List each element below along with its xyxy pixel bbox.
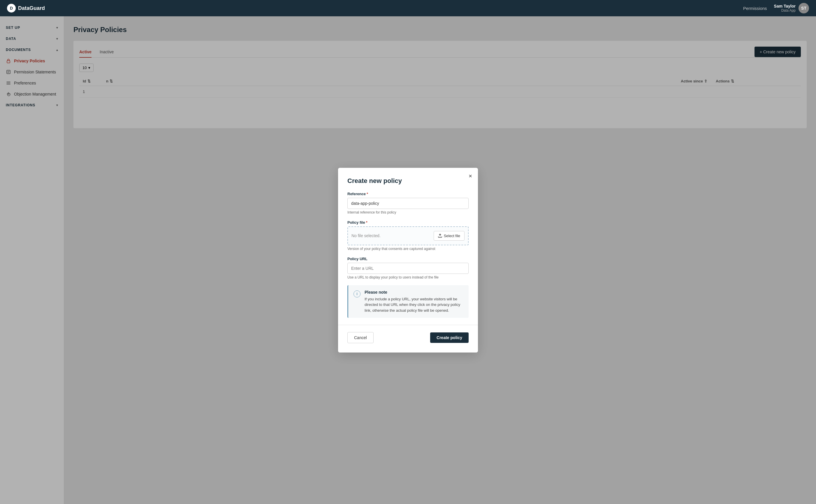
policy-file-label: Policy file * [347, 220, 469, 225]
user-menu[interactable]: Sam Taylor Data App ST [774, 3, 809, 13]
modal-overlay: × Create new policy Reference * Internal… [0, 16, 816, 504]
no-file-text: No file selected. [351, 233, 380, 238]
policy-url-label: Policy URL [347, 257, 469, 261]
reference-input[interactable] [347, 198, 469, 209]
policy-file-group: Policy file * No file selected. Select f… [347, 220, 469, 251]
close-button[interactable]: × [469, 173, 472, 179]
policy-url-group: Policy URL Use a URL to display your pol… [347, 257, 469, 279]
modal-actions: Cancel Create policy [347, 332, 469, 343]
file-input-area: No file selected. Select file [347, 226, 469, 245]
user-name: Sam Taylor [774, 4, 796, 8]
select-file-button[interactable]: Select file [434, 231, 465, 241]
logo: D DataGuard [7, 4, 45, 13]
logo-text: DataGuard [18, 5, 45, 11]
avatar: ST [799, 3, 809, 13]
user-info: Sam Taylor Data App [774, 4, 796, 13]
note-title: Please note [364, 290, 464, 295]
policy-file-required: * [366, 220, 367, 225]
note-content: Please note If you include a policy URL,… [364, 290, 464, 313]
modal-divider [338, 325, 478, 325]
required-indicator: * [366, 192, 368, 196]
reference-label: Reference * [347, 192, 469, 196]
header-right: Permissions Sam Taylor Data App ST [743, 3, 809, 13]
note-text: If you include a policy URL, your websit… [364, 296, 464, 313]
reference-group: Reference * Internal reference for this … [347, 192, 469, 214]
modal: × Create new policy Reference * Internal… [338, 168, 478, 353]
policy-file-helper: Version of your policy that consents are… [347, 247, 469, 251]
reference-helper: Internal reference for this policy [347, 210, 469, 214]
info-icon: i [353, 290, 360, 297]
create-policy-button[interactable]: Create policy [430, 332, 469, 343]
cancel-button[interactable]: Cancel [347, 332, 373, 343]
policy-url-helper: Use a URL to display your policy to user… [347, 275, 469, 279]
user-sub: Data App [774, 8, 796, 13]
select-file-label: Select file [444, 234, 460, 238]
logo-icon: D [7, 4, 16, 13]
policy-url-input[interactable] [347, 263, 469, 274]
permissions-link[interactable]: Permissions [743, 6, 767, 11]
modal-title: Create new policy [347, 177, 469, 185]
header: D DataGuard Permissions Sam Taylor Data … [0, 0, 816, 16]
note-box: i Please note If you include a policy UR… [347, 285, 469, 318]
